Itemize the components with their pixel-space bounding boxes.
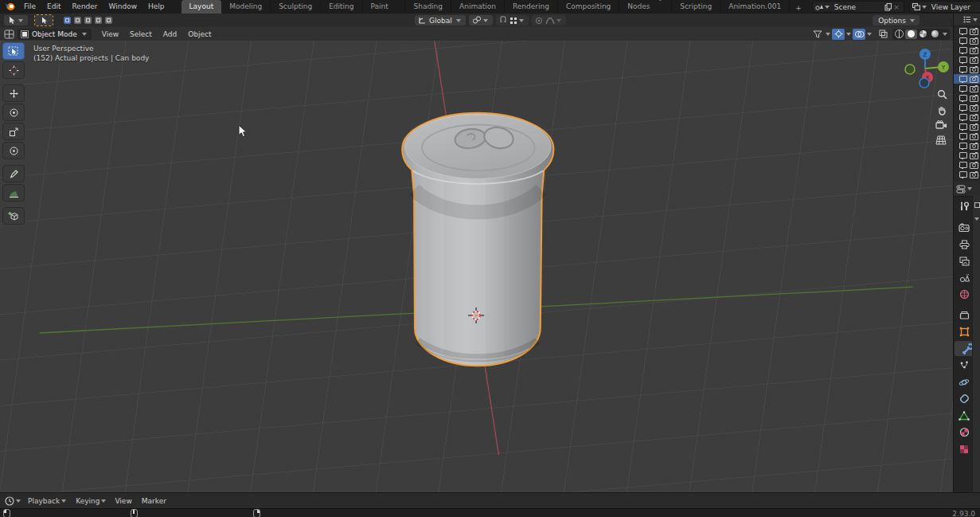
disable-in-viewport-icon[interactable] <box>959 66 967 72</box>
viewport-menu-object[interactable]: Object <box>182 30 217 38</box>
shading-wireframe-button[interactable] <box>893 29 905 39</box>
show-gizmo-toggle[interactable] <box>832 29 845 40</box>
disable-in-viewport-icon[interactable] <box>959 57 967 63</box>
camera-view-button[interactable] <box>934 118 948 132</box>
outliner-row[interactable] <box>954 112 980 122</box>
new-scene-icon[interactable] <box>884 3 892 11</box>
outliner-row[interactable] <box>954 65 980 74</box>
gizmo-minus-z-axis[interactable] <box>919 78 929 88</box>
disable-in-viewport-icon[interactable] <box>959 37 967 44</box>
tool-annotate[interactable] <box>2 165 25 182</box>
select-mode-intersect[interactable] <box>105 17 112 24</box>
blender-logo-icon[interactable] <box>5 2 15 11</box>
proportional-falloff-icon[interactable] <box>545 17 555 25</box>
outliner-row[interactable] <box>954 84 980 93</box>
disable-in-render-icon[interactable] <box>970 86 978 92</box>
outliner-row[interactable] <box>954 122 980 131</box>
scene-name[interactable]: Scene <box>831 3 859 11</box>
select-mode-invert[interactable] <box>95 17 102 24</box>
pin-id-icon[interactable] <box>974 202 980 208</box>
timeline-menu-view[interactable]: View <box>110 497 136 505</box>
gizmo-minus-y-axis[interactable] <box>905 65 915 74</box>
disable-in-viewport-icon[interactable] <box>959 76 967 82</box>
tab-object-data[interactable] <box>955 408 974 423</box>
add-workspace-button[interactable]: + <box>790 2 807 14</box>
disable-in-viewport-icon[interactable] <box>959 47 967 53</box>
disable-in-render-icon[interactable] <box>970 143 978 150</box>
workspace-tab-animation[interactable]: Animation <box>451 0 505 14</box>
workspace-tab-compositing[interactable]: Compositing <box>558 0 619 14</box>
tool-transform[interactable] <box>2 142 25 159</box>
tool-measure[interactable] <box>2 184 25 202</box>
outliner-row[interactable] <box>954 26 980 36</box>
menu-render[interactable]: Render <box>67 0 103 14</box>
menu-edit[interactable]: Edit <box>41 0 66 14</box>
menu-file[interactable]: File <box>18 0 41 14</box>
shading-material-button[interactable] <box>917 29 929 39</box>
options-dropdown[interactable]: Options <box>873 15 919 25</box>
viewport-menu-view[interactable]: View <box>96 30 124 38</box>
disable-in-render-icon[interactable] <box>970 134 978 140</box>
disable-in-render-icon[interactable] <box>970 124 978 131</box>
disable-in-render-icon[interactable] <box>970 76 978 83</box>
disable-in-render-icon[interactable] <box>970 29 978 35</box>
timeline-editor-selector[interactable] <box>5 496 22 506</box>
tool-cursor[interactable] <box>2 61 25 79</box>
transform-orientation-dropdown[interactable]: Global <box>415 15 466 25</box>
disable-in-render-icon[interactable] <box>970 172 978 178</box>
workspace-tab-rendering[interactable]: Rendering <box>505 0 558 14</box>
show-overlays-toggle[interactable] <box>853 29 865 40</box>
view-layer-name[interactable]: View Layer <box>928 3 974 11</box>
disable-in-render-icon[interactable] <box>970 115 978 121</box>
outliner-row[interactable] <box>954 55 980 65</box>
properties-header[interactable] <box>954 182 980 197</box>
active-tool-selector[interactable] <box>4 15 28 25</box>
sliver-chevron-icon[interactable] <box>974 217 979 221</box>
disable-in-render-icon[interactable] <box>970 96 978 102</box>
toggle-orthographic-button[interactable] <box>934 133 948 147</box>
tab-object[interactable] <box>955 324 974 339</box>
tab-material[interactable] <box>955 425 974 440</box>
outliner-row[interactable] <box>954 103 980 112</box>
playback-dropdown[interactable]: Playback <box>25 495 70 507</box>
select-mode-extend[interactable] <box>74 17 81 24</box>
tab-scene[interactable] <box>955 270 974 285</box>
workspace-tab-modeling[interactable]: Modeling <box>221 0 271 14</box>
outliner-row[interactable] <box>954 131 980 141</box>
tab-physics[interactable] <box>955 374 974 390</box>
menu-window[interactable]: Window <box>103 0 143 14</box>
view-layer-selector[interactable]: View Layer <box>909 1 980 13</box>
disable-in-render-icon[interactable] <box>970 153 978 159</box>
outliner-row[interactable] <box>954 93 980 103</box>
snap-target-icon[interactable] <box>510 17 517 25</box>
disable-in-viewport-icon[interactable] <box>959 28 967 34</box>
viewport-menu-select[interactable]: Select <box>124 30 158 38</box>
select-mode-subtract[interactable] <box>84 17 92 24</box>
workspace-tab-uv-editing[interactable]: UV Editing <box>321 0 362 14</box>
outliner-row[interactable] <box>954 141 980 151</box>
disable-in-viewport-icon[interactable] <box>959 95 967 101</box>
tab-output[interactable] <box>955 237 974 252</box>
shading-rendered-button[interactable] <box>929 29 941 39</box>
disable-in-viewport-icon[interactable] <box>959 162 967 168</box>
toggle-xray-button[interactable] <box>877 29 889 40</box>
disable-in-viewport-icon[interactable] <box>959 114 967 120</box>
zoom-view-button[interactable] <box>935 87 949 101</box>
disable-in-render-icon[interactable] <box>970 48 978 54</box>
outliner-row[interactable] <box>954 170 980 179</box>
disable-in-viewport-icon[interactable] <box>959 152 967 159</box>
tab-texture[interactable] <box>955 441 974 456</box>
outliner-header[interactable] <box>954 14 980 26</box>
disable-in-render-icon[interactable] <box>970 38 978 45</box>
tab-render[interactable] <box>955 220 974 235</box>
tab-collection[interactable] <box>955 307 974 323</box>
disable-in-viewport-icon[interactable] <box>959 104 967 111</box>
workspace-tab-texture-paint[interactable]: Texture Paint <box>363 0 406 14</box>
outliner-row[interactable] <box>954 45 980 55</box>
select-mode-set[interactable] <box>64 17 71 24</box>
disable-in-viewport-icon[interactable] <box>959 171 967 178</box>
tool-select-box[interactable] <box>2 42 25 60</box>
disable-in-viewport-icon[interactable] <box>959 133 967 139</box>
outliner-row-selected[interactable] <box>954 74 980 84</box>
workspace-tab-layout[interactable]: Layout <box>182 0 222 14</box>
